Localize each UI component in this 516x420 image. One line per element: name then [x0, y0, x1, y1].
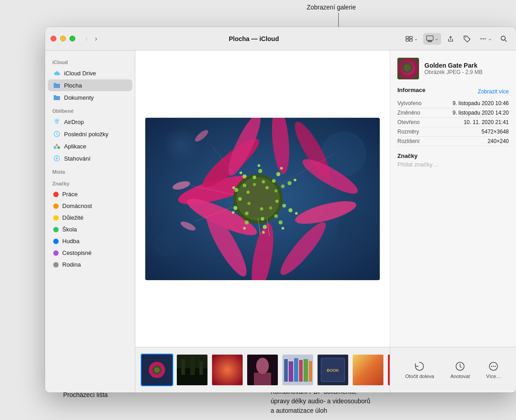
svg-point-48 [260, 207, 263, 210]
back-button[interactable]: ‹ [83, 34, 90, 44]
thumbnail-6[interactable]: BOOK [317, 354, 349, 386]
info-label-otevreno: Otevřeno [397, 119, 419, 125]
gallery-view-button[interactable]: ⌄ [423, 33, 441, 45]
svg-point-54 [281, 185, 285, 188]
svg-point-64 [289, 208, 293, 212]
sidebar-item-domacnost[interactable]: Domácnost [48, 200, 132, 212]
tag-dot-domacnost [53, 203, 59, 209]
svg-point-46 [276, 199, 279, 203]
sidebar-section-mista: Místa [45, 165, 135, 176]
search-button[interactable] [497, 33, 511, 45]
svg-point-80 [240, 171, 242, 174]
sidebar-item-stahování[interactable]: Stahování [48, 152, 132, 164]
svg-point-61 [253, 175, 256, 179]
info-row-rozliseni: Rozlišení 240×240 [397, 137, 509, 146]
folder-dokumenty-icon [53, 94, 60, 101]
thumbnail-3[interactable] [211, 354, 244, 386]
main-image[interactable] [145, 118, 380, 280]
tag-icon [463, 35, 471, 43]
gallery-main [135, 51, 390, 347]
thumbnail-2[interactable] [176, 354, 208, 386]
info-row-otevreno: Otevřeno 10. 11. 2020 21:41 [397, 118, 509, 127]
airdrop-icon [53, 118, 60, 125]
tag-button[interactable] [460, 33, 474, 45]
sidebar-item-hudba[interactable]: Hudba [48, 235, 132, 247]
svg-rect-2 [406, 39, 409, 41]
svg-point-58 [245, 212, 249, 215]
sidebar-item-airdrop[interactable]: AirDrop [48, 116, 132, 128]
sidebar-item-rodina[interactable]: Rodina [48, 259, 132, 270]
share-icon [447, 35, 455, 43]
sidebar-section-icloud: iCloud [45, 55, 135, 67]
sidebar-item-skola[interactable]: Škola [48, 224, 132, 235]
svg-point-86 [404, 64, 411, 71]
svg-point-60 [243, 184, 246, 187]
svg-rect-5 [428, 41, 429, 42]
sidebar-item-dokumenty[interactable]: Dokumenty [48, 92, 132, 103]
thumbnail-1[interactable] [141, 354, 173, 386]
thumbnail-5[interactable] [281, 354, 314, 386]
thumbnail-strip: BOOK [135, 347, 390, 392]
clock-icon [53, 130, 60, 138]
toolbar-right: ⌄ ⌄ [402, 33, 511, 45]
content-split: Golden Gate Park Obrázek JPEG - 2,9 MB I… [135, 51, 516, 347]
minimize-button[interactable] [60, 36, 66, 42]
more-actions-button[interactable]: Více… [483, 357, 505, 383]
svg-point-68 [234, 206, 238, 210]
view-switcher-button[interactable]: ⌄ [402, 33, 420, 45]
annotate-button[interactable]: Anotovat [447, 357, 473, 383]
svg-text:BOOK: BOOK [327, 368, 340, 373]
info-value-zmeneno: 9. listopadu 2020 14:20 [452, 110, 509, 116]
svg-point-66 [263, 225, 267, 229]
sidebar-item-dulezite[interactable]: Důležité [48, 212, 132, 223]
sidebar-item-plocha[interactable]: Plocha [48, 79, 132, 91]
sidebar-item-icloud-drive[interactable]: iCloud Drive [48, 67, 132, 79]
info-label-rozmery: Rozměry [397, 129, 419, 135]
svg-point-81 [258, 164, 260, 167]
rotate-left-icon [414, 361, 425, 372]
maximize-button[interactable] [69, 36, 75, 42]
tag-dot-skola [53, 227, 59, 232]
info-more-link[interactable]: Zobrazit více [478, 88, 509, 95]
tag-dot-prace [53, 192, 59, 197]
thumbnail-4[interactable] [246, 354, 279, 386]
sidebar-item-aplikace[interactable]: Aplikace [48, 140, 132, 152]
icloud-drive-icon [53, 69, 60, 77]
more-button[interactable]: ⌄ [476, 33, 494, 45]
thumbnail-7[interactable] [352, 354, 384, 386]
svg-point-78 [232, 211, 235, 214]
sidebar-item-posledni[interactable]: Poslední položky [48, 128, 132, 140]
sidebar-item-cestopisne[interactable]: Cestopisné [48, 247, 132, 258]
sidebar-label-rodina: Rodina [62, 261, 81, 268]
svg-point-50 [247, 190, 250, 194]
share-button[interactable] [444, 33, 457, 45]
info-section-header: Informace Zobrazit více [397, 87, 509, 96]
more-icon [479, 35, 487, 43]
bottom-bar: BOOK [135, 347, 516, 392]
tag-dot-hudba [53, 239, 59, 244]
info-header: Golden Gate Park Obrázek JPEG - 2,9 MB [397, 58, 509, 79]
svg-point-53 [272, 179, 276, 183]
close-button[interactable] [51, 36, 56, 42]
tag-dot-dulezite [53, 215, 59, 221]
quick-actions: Otočit doleva Anotovat [390, 347, 516, 392]
svg-point-117 [491, 366, 492, 367]
svg-rect-6 [430, 41, 432, 42]
annotate-icon [455, 361, 465, 372]
svg-point-56 [274, 214, 278, 218]
svg-point-22 [337, 210, 378, 251]
svg-point-57 [261, 217, 264, 221]
svg-point-90 [154, 367, 160, 373]
gallery-annotation: Zobrazení galerie [307, 4, 356, 11]
info-row-rozmery: Rozměry 5472×3648 [397, 127, 509, 137]
svg-point-44 [266, 186, 269, 189]
more-actions-icon [488, 361, 499, 372]
sidebar-label-dulezite: Důležité [62, 214, 83, 221]
forward-button[interactable]: › [92, 34, 100, 44]
info-row-vytvoreno: Vytvořeno 9. listopadu 2020 10:46 [397, 99, 509, 108]
svg-point-77 [243, 227, 246, 230]
sidebar-item-prace[interactable]: Práce [48, 189, 132, 200]
info-tags-placeholder[interactable]: Přidat značky… [397, 161, 509, 168]
nav-buttons: ‹ › [83, 34, 100, 44]
rotate-left-button[interactable]: Otočit doleva [401, 357, 438, 383]
